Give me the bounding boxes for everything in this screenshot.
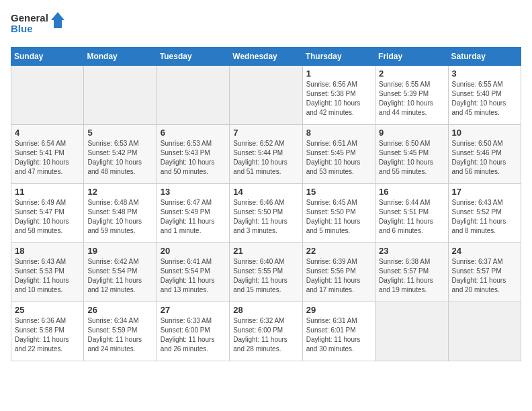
day-number: 13	[161, 187, 226, 197]
day-cell: 22Sunrise: 6:39 AM Sunset: 5:56 PM Dayli…	[302, 243, 375, 302]
day-number: 14	[233, 187, 298, 197]
day-number: 7	[233, 128, 298, 138]
day-cell: 27Sunrise: 6:33 AM Sunset: 6:00 PM Dayli…	[157, 302, 229, 361]
day-number: 24	[452, 246, 517, 256]
header: General Blue	[11, 11, 521, 39]
day-number: 19	[87, 246, 152, 256]
svg-text:Blue: Blue	[11, 23, 33, 34]
day-number: 9	[379, 128, 444, 138]
day-info: Sunrise: 6:31 AM Sunset: 6:01 PM Dayligh…	[306, 316, 371, 354]
day-info: Sunrise: 6:56 AM Sunset: 5:38 PM Dayligh…	[306, 80, 371, 118]
col-header-sunday: Sunday	[11, 48, 84, 66]
day-info: Sunrise: 6:54 AM Sunset: 5:41 PM Dayligh…	[15, 139, 80, 177]
day-number: 8	[306, 128, 371, 138]
day-info: Sunrise: 6:42 AM Sunset: 5:54 PM Dayligh…	[87, 257, 152, 295]
day-number: 12	[87, 187, 152, 197]
day-info: Sunrise: 6:46 AM Sunset: 5:50 PM Dayligh…	[233, 198, 298, 236]
day-info: Sunrise: 6:48 AM Sunset: 5:48 PM Dayligh…	[87, 198, 152, 236]
day-info: Sunrise: 6:38 AM Sunset: 5:57 PM Dayligh…	[379, 257, 444, 295]
day-number: 21	[233, 246, 298, 256]
day-info: Sunrise: 6:33 AM Sunset: 6:00 PM Dayligh…	[161, 316, 226, 354]
svg-text:General: General	[11, 12, 48, 24]
day-cell: 29Sunrise: 6:31 AM Sunset: 6:01 PM Dayli…	[302, 302, 375, 361]
col-header-wednesday: Wednesday	[230, 48, 302, 66]
logo-svg: General Blue	[11, 11, 64, 39]
day-info: Sunrise: 6:36 AM Sunset: 5:58 PM Dayligh…	[15, 316, 80, 354]
day-number: 2	[379, 68, 444, 79]
day-cell: 12Sunrise: 6:48 AM Sunset: 5:48 PM Dayli…	[84, 184, 157, 243]
day-number: 16	[379, 187, 444, 197]
day-cell: 8Sunrise: 6:51 AM Sunset: 5:45 PM Daylig…	[302, 125, 375, 184]
day-cell: 9Sunrise: 6:50 AM Sunset: 5:45 PM Daylig…	[375, 125, 448, 184]
week-row-0: 1Sunrise: 6:56 AM Sunset: 5:38 PM Daylig…	[11, 66, 521, 125]
day-info: Sunrise: 6:37 AM Sunset: 5:57 PM Dayligh…	[452, 257, 517, 295]
day-cell: 2Sunrise: 6:55 AM Sunset: 5:39 PM Daylig…	[375, 66, 448, 125]
day-cell: 19Sunrise: 6:42 AM Sunset: 5:54 PM Dayli…	[84, 243, 157, 302]
day-number: 4	[15, 128, 80, 138]
day-number: 23	[379, 246, 444, 256]
day-cell: 17Sunrise: 6:43 AM Sunset: 5:52 PM Dayli…	[448, 184, 521, 243]
day-cell: 3Sunrise: 6:55 AM Sunset: 5:40 PM Daylig…	[448, 66, 521, 125]
day-info: Sunrise: 6:53 AM Sunset: 5:43 PM Dayligh…	[161, 139, 226, 177]
col-header-saturday: Saturday	[448, 48, 521, 66]
day-number: 28	[233, 305, 298, 315]
col-header-monday: Monday	[84, 48, 157, 66]
svg-marker-2	[51, 12, 64, 28]
day-cell: 24Sunrise: 6:37 AM Sunset: 5:57 PM Dayli…	[448, 243, 521, 302]
day-cell: 13Sunrise: 6:47 AM Sunset: 5:49 PM Dayli…	[157, 184, 229, 243]
day-info: Sunrise: 6:53 AM Sunset: 5:42 PM Dayligh…	[87, 139, 152, 177]
day-number: 20	[161, 246, 226, 256]
day-number: 6	[161, 128, 226, 138]
day-cell: 18Sunrise: 6:43 AM Sunset: 5:53 PM Dayli…	[11, 243, 84, 302]
day-cell	[157, 66, 229, 125]
day-cell: 14Sunrise: 6:46 AM Sunset: 5:50 PM Dayli…	[230, 184, 302, 243]
day-number: 17	[452, 187, 517, 197]
day-number: 1	[306, 68, 371, 79]
col-header-friday: Friday	[375, 48, 448, 66]
day-number: 5	[87, 128, 152, 138]
day-info: Sunrise: 6:45 AM Sunset: 5:50 PM Dayligh…	[306, 198, 371, 236]
day-cell: 6Sunrise: 6:53 AM Sunset: 5:43 PM Daylig…	[157, 125, 229, 184]
day-info: Sunrise: 6:43 AM Sunset: 5:52 PM Dayligh…	[452, 198, 517, 236]
day-cell	[375, 302, 448, 361]
day-cell	[84, 66, 157, 125]
col-header-thursday: Thursday	[302, 48, 375, 66]
day-number: 11	[15, 187, 80, 197]
day-cell: 28Sunrise: 6:32 AM Sunset: 6:00 PM Dayli…	[230, 302, 302, 361]
day-number: 15	[306, 187, 371, 197]
day-info: Sunrise: 6:44 AM Sunset: 5:51 PM Dayligh…	[379, 198, 444, 236]
day-cell: 5Sunrise: 6:53 AM Sunset: 5:42 PM Daylig…	[84, 125, 157, 184]
logo: General Blue	[11, 11, 64, 39]
day-number: 22	[306, 246, 371, 256]
day-cell	[11, 66, 84, 125]
day-info: Sunrise: 6:49 AM Sunset: 5:47 PM Dayligh…	[15, 198, 80, 236]
week-row-4: 25Sunrise: 6:36 AM Sunset: 5:58 PM Dayli…	[11, 302, 521, 361]
calendar-table: SundayMondayTuesdayWednesdayThursdayFrid…	[11, 47, 521, 361]
day-cell: 1Sunrise: 6:56 AM Sunset: 5:38 PM Daylig…	[302, 66, 375, 125]
day-number: 18	[15, 246, 80, 256]
day-cell: 7Sunrise: 6:52 AM Sunset: 5:44 PM Daylig…	[230, 125, 302, 184]
day-info: Sunrise: 6:32 AM Sunset: 6:00 PM Dayligh…	[233, 316, 298, 354]
day-cell: 15Sunrise: 6:45 AM Sunset: 5:50 PM Dayli…	[302, 184, 375, 243]
day-cell	[448, 302, 521, 361]
day-cell: 23Sunrise: 6:38 AM Sunset: 5:57 PM Dayli…	[375, 243, 448, 302]
day-cell: 21Sunrise: 6:40 AM Sunset: 5:55 PM Dayli…	[230, 243, 302, 302]
day-info: Sunrise: 6:34 AM Sunset: 5:59 PM Dayligh…	[87, 316, 152, 354]
day-info: Sunrise: 6:50 AM Sunset: 5:45 PM Dayligh…	[379, 139, 444, 177]
week-row-2: 11Sunrise: 6:49 AM Sunset: 5:47 PM Dayli…	[11, 184, 521, 243]
day-cell: 20Sunrise: 6:41 AM Sunset: 5:54 PM Dayli…	[157, 243, 229, 302]
day-info: Sunrise: 6:51 AM Sunset: 5:45 PM Dayligh…	[306, 139, 371, 177]
day-cell: 26Sunrise: 6:34 AM Sunset: 5:59 PM Dayli…	[84, 302, 157, 361]
day-cell: 16Sunrise: 6:44 AM Sunset: 5:51 PM Dayli…	[375, 184, 448, 243]
week-row-3: 18Sunrise: 6:43 AM Sunset: 5:53 PM Dayli…	[11, 243, 521, 302]
day-cell: 10Sunrise: 6:50 AM Sunset: 5:46 PM Dayli…	[448, 125, 521, 184]
day-info: Sunrise: 6:40 AM Sunset: 5:55 PM Dayligh…	[233, 257, 298, 295]
day-number: 10	[452, 128, 517, 138]
day-cell: 4Sunrise: 6:54 AM Sunset: 5:41 PM Daylig…	[11, 125, 84, 184]
day-info: Sunrise: 6:41 AM Sunset: 5:54 PM Dayligh…	[161, 257, 226, 295]
day-cell: 11Sunrise: 6:49 AM Sunset: 5:47 PM Dayli…	[11, 184, 84, 243]
day-number: 25	[15, 305, 80, 315]
day-number: 29	[306, 305, 371, 315]
col-header-tuesday: Tuesday	[157, 48, 229, 66]
day-number: 3	[452, 68, 517, 79]
